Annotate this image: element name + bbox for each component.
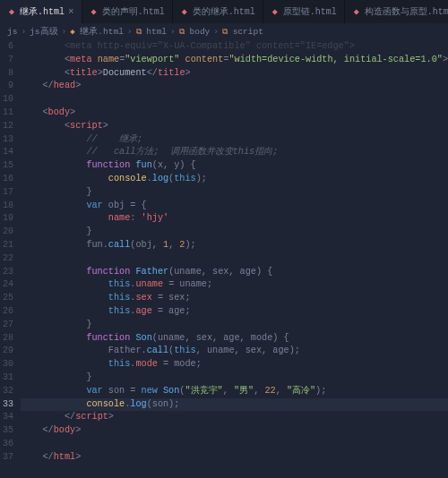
line-number: 6 bbox=[0, 40, 13, 54]
breadcrumb-item[interactable]: js bbox=[7, 27, 17, 37]
element-icon: ⧉ bbox=[179, 28, 185, 37]
tab-label: 继承.html bbox=[20, 5, 65, 18]
line-number: 11 bbox=[0, 107, 13, 120]
line-number: 24 bbox=[0, 278, 13, 292]
line-number-gutter: 6789101112131415161718192021222324252627… bbox=[0, 40, 21, 465]
code-line[interactable]: } bbox=[21, 319, 448, 332]
tab-label: 构造函数与原型.html bbox=[365, 5, 448, 18]
line-number: 14 bbox=[0, 146, 13, 159]
code-line[interactable]: </script> bbox=[21, 411, 448, 424]
line-number: 17 bbox=[0, 186, 13, 200]
line-number: 33 bbox=[0, 398, 13, 412]
breadcrumb-separator: › bbox=[21, 27, 26, 37]
line-number: 16 bbox=[0, 173, 13, 186]
element-icon: ⧉ bbox=[222, 28, 228, 37]
line-number: 22 bbox=[0, 252, 13, 266]
element-icon: ⧉ bbox=[136, 28, 142, 37]
html-file-icon: ◆ bbox=[90, 6, 99, 17]
code-line[interactable]: <script> bbox=[21, 120, 448, 133]
code-line[interactable]: this.uname = uname; bbox=[21, 278, 448, 292]
tab[interactable]: ◆类的声明.html bbox=[82, 0, 173, 23]
code-line[interactable] bbox=[21, 93, 448, 107]
close-icon[interactable]: × bbox=[68, 6, 74, 17]
code-area[interactable]: <meta http-equiv="X-UA-Compatible" conte… bbox=[21, 40, 448, 465]
line-number: 23 bbox=[0, 266, 13, 279]
line-number: 32 bbox=[0, 385, 13, 398]
breadcrumb-item[interactable]: ⧉ script bbox=[222, 27, 263, 37]
breadcrumb-separator: › bbox=[170, 27, 176, 37]
line-number: 18 bbox=[0, 200, 13, 213]
code-line[interactable]: function Son(uname, sex, age, mode) { bbox=[21, 332, 448, 346]
code-line[interactable] bbox=[21, 252, 448, 266]
code-line[interactable]: </body> bbox=[21, 424, 448, 438]
html-file-icon: ◆ bbox=[7, 6, 16, 17]
code-line[interactable]: this.age = age; bbox=[21, 305, 448, 319]
line-number: 25 bbox=[0, 292, 13, 305]
code-line[interactable]: <body> bbox=[21, 107, 448, 120]
line-number: 29 bbox=[0, 345, 13, 358]
tab-label: 类的声明.html bbox=[102, 5, 165, 18]
line-number: 8 bbox=[0, 67, 13, 81]
code-line[interactable]: <title>Document</title> bbox=[21, 67, 448, 81]
code-line[interactable]: name: 'hjy' bbox=[21, 212, 448, 226]
html-file-icon: ◆ bbox=[70, 28, 74, 37]
line-number: 7 bbox=[0, 54, 13, 67]
code-line[interactable]: <meta name="viewport" content="width=dev… bbox=[21, 54, 448, 67]
breadcrumb: js›js高级›◆ 继承.html›⧉ html›⧉ body›⧉ script bbox=[0, 23, 448, 40]
html-file-icon: ◆ bbox=[271, 6, 280, 17]
line-number: 10 bbox=[0, 93, 13, 107]
editor-tabs: ◆继承.html×◆类的声明.html◆类的继承.html◆原型链.html◆构… bbox=[0, 0, 448, 23]
line-number: 21 bbox=[0, 239, 13, 252]
code-line[interactable]: // 继承; bbox=[21, 133, 448, 147]
breadcrumb-separator: › bbox=[213, 27, 219, 37]
code-line[interactable]: fun.call(obj, 1, 2); bbox=[21, 239, 448, 252]
line-number: 20 bbox=[0, 226, 13, 239]
code-line[interactable]: <meta http-equiv="X-UA-Compatible" conte… bbox=[21, 40, 448, 54]
html-file-icon: ◆ bbox=[352, 6, 361, 17]
code-line[interactable]: console.log(son); bbox=[21, 398, 448, 412]
line-number: 9 bbox=[0, 80, 13, 93]
code-line[interactable]: } bbox=[21, 371, 448, 385]
breadcrumb-item[interactable]: js高级 bbox=[30, 26, 57, 38]
line-number: 36 bbox=[0, 438, 13, 451]
line-number: 15 bbox=[0, 159, 13, 173]
tab[interactable]: ◆继承.html× bbox=[0, 0, 82, 23]
line-number: 26 bbox=[0, 305, 13, 319]
line-number: 27 bbox=[0, 319, 13, 332]
code-line[interactable]: function Father(uname, sex, age) { bbox=[21, 266, 448, 279]
breadcrumb-separator: › bbox=[127, 27, 133, 37]
code-line[interactable]: this.mode = mode; bbox=[21, 358, 448, 371]
breadcrumb-separator: › bbox=[62, 27, 67, 37]
breadcrumb-item[interactable]: ◆ 继承.html bbox=[70, 26, 124, 38]
code-line[interactable]: </html> bbox=[21, 451, 448, 465]
breadcrumb-item[interactable]: ⧉ body bbox=[179, 27, 211, 37]
tab-label: 原型链.html bbox=[283, 5, 337, 18]
code-line[interactable]: var son = new Son("洪竞宇", "男", 22, "高冷"); bbox=[21, 385, 448, 398]
code-line[interactable]: </head> bbox=[21, 80, 448, 93]
line-number: 30 bbox=[0, 358, 13, 371]
code-line[interactable]: } bbox=[21, 226, 448, 239]
tab[interactable]: ◆原型链.html bbox=[263, 0, 345, 23]
tab-label: 类的继承.html bbox=[193, 5, 255, 18]
code-line[interactable]: Father.call(this, uname, sex, age); bbox=[21, 345, 448, 358]
line-number: 37 bbox=[0, 451, 13, 465]
line-number: 19 bbox=[0, 212, 13, 226]
code-line[interactable]: console.log(this); bbox=[21, 173, 448, 186]
tab[interactable]: ◆构造函数与原型.html bbox=[345, 0, 448, 23]
code-editor[interactable]: 6789101112131415161718192021222324252627… bbox=[0, 40, 448, 465]
line-number: 34 bbox=[0, 411, 13, 424]
html-file-icon: ◆ bbox=[180, 6, 189, 17]
line-number: 31 bbox=[0, 371, 13, 385]
breadcrumb-item[interactable]: ⧉ html bbox=[136, 27, 168, 37]
line-number: 12 bbox=[0, 120, 13, 133]
line-number: 13 bbox=[0, 133, 13, 147]
line-number: 28 bbox=[0, 332, 13, 346]
code-line[interactable]: var obj = { bbox=[21, 200, 448, 213]
code-line[interactable]: function fun(x, y) { bbox=[21, 159, 448, 173]
code-line[interactable]: // call方法; 调用函数并改变this指向; bbox=[21, 146, 448, 159]
code-line[interactable] bbox=[21, 438, 448, 451]
code-line[interactable]: this.sex = sex; bbox=[21, 292, 448, 305]
line-number: 35 bbox=[0, 424, 13, 438]
code-line[interactable]: } bbox=[21, 186, 448, 200]
tab[interactable]: ◆类的继承.html bbox=[173, 0, 263, 23]
